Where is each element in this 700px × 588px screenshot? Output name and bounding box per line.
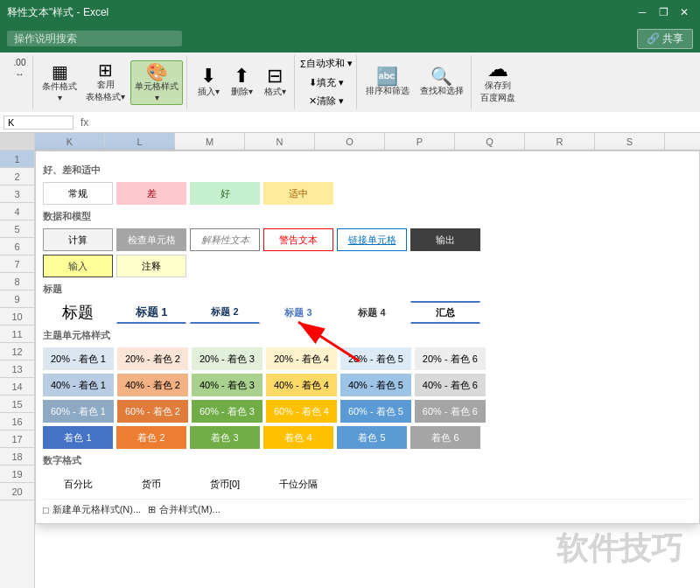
new-cell-style-item[interactable]: □ 新建单元格样式(N)... [43, 503, 141, 516]
style-link-cell[interactable]: 链接单元格 [337, 228, 407, 251]
style-normal-cell[interactable]: 常规 [43, 182, 113, 205]
style-explain-cell[interactable]: 解释性文本 [190, 228, 260, 251]
find-select-button[interactable]: 🔍 查找和选择 [416, 66, 467, 99]
theme-solid-2-cell[interactable]: 着色 2 [116, 426, 186, 449]
style-h1-cell[interactable]: 标题 1 [116, 301, 186, 324]
style-h4-cell[interactable]: 标题 4 [337, 301, 407, 324]
theme-60-1-cell[interactable]: 60% - 着色 1 [43, 400, 114, 423]
style-h3-cell[interactable]: 标题 3 [263, 301, 333, 324]
cell-style-label: 单元格样式▾ [135, 80, 178, 102]
theme-60-4-cell[interactable]: 60% - 着色 4 [266, 400, 337, 423]
theme-solid-5-cell[interactable]: 着色 5 [337, 426, 407, 449]
style-input-cell[interactable]: 输入 [43, 255, 113, 277]
find-select-icon: 🔍 [430, 67, 452, 85]
data-model-row1: 计算 检查单元格 解释性文本 警告文本 链接单元格 输出 [43, 228, 692, 251]
insert-icon: ⬇ [200, 66, 216, 86]
theme-60-6-cell[interactable]: 60% - 着色 6 [415, 400, 486, 423]
conditional-format-label: 条件格式▾ [42, 80, 77, 102]
row-header-4: 4 [0, 203, 34, 220]
theme-solid-6-cell[interactable]: 着色 6 [410, 426, 480, 449]
style-good-cell[interactable]: 好 [190, 182, 260, 205]
theme-40-5-cell[interactable]: 40% - 着色 5 [340, 374, 411, 396]
theme-20-3-cell[interactable]: 20% - 着色 3 [192, 347, 262, 370]
main-area: 1 2 3 4 5 6 7 8 9 10 11 12 13 14 15 16 1… [0, 133, 700, 588]
style-warn-cell[interactable]: 警告文本 [263, 228, 333, 251]
row-header-2: 2 [0, 168, 34, 186]
sort-filter-button[interactable]: 🔤 排序和筛选 [362, 66, 413, 99]
merge-icon: ⊞ [148, 504, 156, 515]
col-header-r: R [525, 133, 595, 150]
style-calc-cell[interactable]: 计算 [43, 228, 113, 251]
auto-sum-button[interactable]: Σ 自动求和 ▾ [300, 57, 353, 70]
good-bad-row: 常规 差 好 适中 [43, 182, 692, 205]
theme-20-2-cell[interactable]: 20% - 着色 2 [117, 347, 188, 370]
format-button[interactable]: ⊟ 格式▾ [259, 65, 290, 100]
name-box[interactable] [4, 116, 74, 130]
theme-40-4-cell[interactable]: 40% - 着色 4 [266, 374, 337, 396]
find-select-label: 查找和选择 [420, 85, 464, 97]
style-note-cell[interactable]: 注释 [116, 255, 186, 277]
new-style-icon: □ [43, 505, 49, 515]
theme-40-2-cell[interactable]: 40% - 着色 2 [117, 374, 188, 396]
col-header-n: N [245, 133, 315, 150]
conditional-format-button[interactable]: ▦ 条件格式▾ [38, 61, 80, 104]
percent-cell[interactable]: 百分比 [43, 472, 113, 495]
style-total-cell[interactable]: 汇总 [410, 301, 480, 324]
row-header-3: 3 [0, 186, 34, 203]
clear-button[interactable]: ✕ 清除 ▾ [309, 94, 344, 108]
formula-input[interactable] [95, 117, 696, 128]
currency0-cell[interactable]: 货币[0] [190, 472, 260, 495]
auto-sum-label: 自动求和 ▾ [306, 57, 353, 70]
theme-solid-3-cell[interactable]: 着色 3 [190, 426, 260, 449]
section-good-bad-title: 好、差和适中 [43, 164, 692, 178]
theme-60-3-cell[interactable]: 60% - 着色 3 [192, 400, 262, 423]
save-cloud-button[interactable]: ☁ 保存到百度网盘 [477, 57, 519, 106]
theme-40-6-cell[interactable]: 40% - 着色 6 [415, 374, 486, 396]
section-number-format-title: 数字格式 [43, 454, 692, 469]
thousands-cell[interactable]: 千位分隔 [263, 472, 333, 495]
column-headers: K L M N O P Q R S [35, 133, 700, 150]
style-output-cell[interactable]: 输出 [410, 228, 480, 251]
theme-solid-1-cell[interactable]: 着色 1 [43, 426, 113, 449]
cloud-group: ☁ 保存到百度网盘 [473, 55, 522, 109]
clear-label: 清除 ▾ [317, 94, 344, 108]
save-cloud-icon: ☁ [487, 59, 508, 80]
row-header-9: 9 [0, 290, 34, 308]
clear-icon: ✕ [309, 95, 317, 107]
col-header-l: L [105, 133, 175, 150]
style-bad-cell[interactable]: 差 [116, 182, 186, 205]
currency-cell[interactable]: 货币 [116, 472, 186, 495]
window-controls: ─ ❐ ✕ [634, 4, 693, 21]
minimize-button[interactable]: ─ [634, 4, 651, 21]
theme-20-5-cell[interactable]: 20% - 着色 5 [340, 347, 411, 370]
theme-20-1-cell[interactable]: 20% - 着色 1 [43, 347, 114, 370]
theme-60-5-cell[interactable]: 60% - 着色 5 [340, 400, 411, 423]
theme-40-1-cell[interactable]: 40% - 着色 1 [43, 374, 114, 396]
theme-20-4-cell[interactable]: 20% - 着色 4 [266, 347, 337, 370]
fill-button[interactable]: ⬇ 填充 ▾ [309, 76, 344, 89]
delete-button[interactable]: ⬆ 删除▾ [226, 65, 257, 100]
theme-solid-4-cell[interactable]: 着色 4 [263, 426, 333, 449]
fill-icon: ⬇ [309, 77, 317, 88]
style-h2-cell[interactable]: 标题 2 [190, 301, 260, 324]
merge-styles-item[interactable]: ⊞ 合并样式(M)... [148, 503, 220, 516]
theme-40-3-cell[interactable]: 40% - 着色 3 [192, 374, 262, 396]
insert-button[interactable]: ⬇ 插入▾ [192, 65, 224, 100]
row-header-6: 6 [0, 238, 34, 256]
share-button[interactable]: 🔗 共享 [637, 29, 693, 49]
search-input[interactable] [7, 31, 182, 46]
row-header-14: 14 [0, 378, 34, 396]
style-title-cell[interactable]: 标题 [43, 301, 113, 324]
restore-button[interactable]: ❐ [654, 4, 672, 21]
table-format-icon: ⊞ [98, 61, 113, 79]
cell-style-button[interactable]: 🎨 单元格样式▾ [130, 60, 183, 105]
close-button[interactable]: ✕ [676, 4, 693, 21]
number-format-row: 百分比 货币 货币[0] 千位分隔 [43, 472, 692, 495]
theme-60-2-cell[interactable]: 60% - 着色 2 [117, 400, 188, 423]
style-check-cell[interactable]: 检查单元格 [116, 228, 186, 251]
theme-20-6-cell[interactable]: 20% - 着色 6 [415, 347, 486, 370]
style-neutral-cell[interactable]: 适中 [263, 182, 333, 205]
row-header-19: 19 [0, 466, 34, 483]
cells-group: ⬇ 插入▾ ⬆ 删除▾ ⊟ 格式▾ [189, 55, 295, 109]
table-format-button[interactable]: ⊞ 套用表格格式▾ [82, 60, 129, 105]
